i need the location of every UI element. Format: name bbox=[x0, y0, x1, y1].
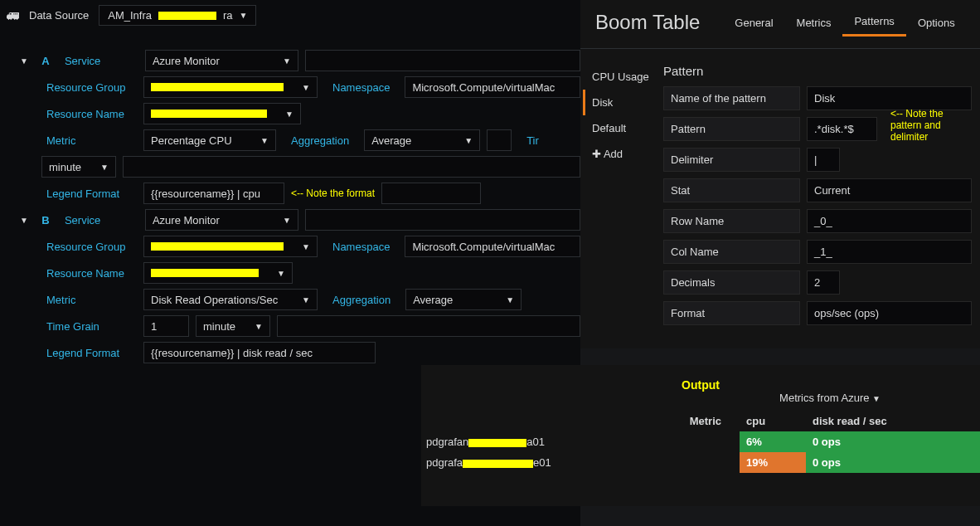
boom-body: CPU Usage Disk Default ✚ Add Pattern Nam… bbox=[580, 49, 980, 329]
resource-name-select[interactable]: ▼ bbox=[143, 262, 293, 284]
stat-label: Stat bbox=[663, 178, 800, 202]
th-cpu: cpu bbox=[740, 411, 806, 431]
resource-group-select[interactable]: ▼ bbox=[143, 76, 318, 98]
service-label: Service bbox=[60, 214, 138, 226]
boom-table-panel: Boom Table General Metrics Patterns Opti… bbox=[580, 0, 980, 348]
metric-select[interactable]: Percentage CPU▼ bbox=[143, 129, 276, 151]
datasource-label: Data Source bbox=[29, 9, 89, 22]
pattern-list: CPU Usage Disk Default ✚ Add bbox=[580, 64, 663, 329]
metric-label: Metric bbox=[41, 134, 137, 147]
empty-field[interactable] bbox=[305, 50, 580, 71]
namespace-label: Namespace bbox=[324, 241, 398, 253]
output-title: Output bbox=[421, 365, 980, 392]
collapse-toggle[interactable]: ▼ bbox=[17, 56, 32, 66]
th-metric: Metric bbox=[421, 411, 740, 431]
aggregation-label: Aggregation bbox=[283, 134, 357, 147]
resource-name-select[interactable]: ▼ bbox=[143, 103, 301, 124]
boom-header: Boom Table General Metrics Patterns Opti… bbox=[580, 0, 980, 49]
namespace-select[interactable]: Microsoft.Compute/virtualMac bbox=[405, 76, 580, 98]
redacted-block bbox=[463, 460, 533, 468]
service-select[interactable]: Azure Monitor▼ bbox=[145, 209, 298, 231]
pattern-item-cpu[interactable]: CPU Usage bbox=[592, 64, 652, 90]
redacted-block bbox=[468, 439, 526, 447]
timegrain-label-short: Tir bbox=[518, 134, 547, 147]
datasource-row: 🛲 Data Source AM_Infra ra ▼ bbox=[0, 0, 580, 31]
pattern-item-default[interactable]: Default bbox=[592, 115, 652, 141]
timegrain-label: Time Grain bbox=[41, 320, 137, 333]
redacted-block bbox=[151, 269, 259, 277]
output-table: Metric cpu disk read / sec pdgrafana01 6… bbox=[421, 411, 980, 473]
chevron-down-icon: ▼ bbox=[302, 83, 310, 92]
delimiter-input[interactable]: | bbox=[807, 148, 840, 172]
resource-group-label: Resource Group bbox=[41, 241, 137, 253]
timegrain-units[interactable]: minute▼ bbox=[41, 156, 116, 178]
table-header: Metric cpu disk read / sec bbox=[421, 411, 980, 431]
pattern-form-title: Pattern bbox=[663, 64, 972, 83]
cell-cpu: 19% bbox=[740, 452, 806, 473]
annotation-format: <-- Note the format bbox=[291, 188, 375, 199]
query-a-header: ▼ A Service Azure Monitor▼ bbox=[0, 47, 580, 74]
format-label: Format bbox=[663, 301, 800, 325]
timegrain-units[interactable]: minute▼ bbox=[196, 315, 270, 337]
cell-disk: 0 ops bbox=[806, 431, 980, 452]
name-label: Name of the pattern bbox=[663, 86, 800, 110]
output-panel: Output Metrics from Azure ▼ Metric cpu d… bbox=[421, 365, 980, 506]
tab-options[interactable]: Options bbox=[906, 10, 967, 36]
rowname-label: Row Name bbox=[663, 209, 800, 233]
pattern-input[interactable]: .*disk.*$ bbox=[807, 117, 877, 141]
pattern-label: Pattern bbox=[663, 117, 800, 141]
service-label: Service bbox=[60, 55, 138, 67]
tab-patterns[interactable]: Patterns bbox=[842, 8, 905, 37]
query-b-header: ▼ B Service Azure Monitor▼ bbox=[0, 207, 580, 233]
decimals-input[interactable]: 2 bbox=[807, 270, 840, 295]
datasource-select[interactable]: AM_Infra ra ▼ bbox=[99, 5, 256, 26]
plus-icon: ✚ bbox=[592, 148, 604, 160]
panel-title: Boom Table bbox=[595, 11, 700, 34]
redacted-block bbox=[158, 12, 216, 20]
table-row: pdgrafana01 6% 0 ops bbox=[421, 431, 980, 452]
service-select[interactable]: Azure Monitor▼ bbox=[145, 50, 298, 71]
datasource-value-prefix: AM_Infra bbox=[108, 9, 152, 22]
database-icon: 🛲 bbox=[7, 8, 19, 22]
table-row: pdgrafae01 19% 0 ops bbox=[421, 452, 980, 473]
aggregation-label: Aggregation bbox=[324, 294, 399, 306]
query-letter-a: A bbox=[38, 55, 53, 67]
colname-input[interactable]: _1_ bbox=[807, 240, 972, 264]
namespace-select[interactable]: Microsoft.Compute/virtualMac bbox=[405, 236, 580, 257]
format-input[interactable]: ops/sec (ops) bbox=[807, 301, 972, 325]
legend-format-label: Legend Format bbox=[41, 347, 137, 359]
pattern-item-add[interactable]: ✚ Add bbox=[592, 141, 652, 167]
legend-format-input[interactable]: {{resourcename}} | disk read / sec bbox=[143, 342, 376, 363]
spacer-field[interactable] bbox=[487, 129, 512, 151]
redacted-block bbox=[151, 242, 284, 251]
empty-field[interactable] bbox=[381, 183, 481, 204]
output-panel-title[interactable]: Metrics from Azure ▼ bbox=[779, 392, 881, 404]
legend-format-input[interactable]: {{resourcename}} | cpu bbox=[143, 183, 284, 204]
resource-group-select[interactable]: ▼ bbox=[143, 236, 318, 257]
empty-field[interactable] bbox=[305, 209, 580, 231]
pattern-item-disk[interactable]: Disk bbox=[583, 90, 652, 115]
pattern-form: Pattern Name of the patternDisk Pattern.… bbox=[663, 64, 980, 329]
rowname-input[interactable]: _0_ bbox=[807, 209, 972, 233]
colname-label: Col Name bbox=[663, 240, 800, 264]
resource-group-label: Resource Group bbox=[41, 81, 137, 94]
cell-disk: 0 ops bbox=[806, 452, 980, 473]
chevron-down-icon: ▼ bbox=[240, 11, 248, 20]
tab-metrics[interactable]: Metrics bbox=[785, 10, 843, 36]
tab-general[interactable]: General bbox=[723, 10, 784, 36]
cell-metric: pdgrafae01 bbox=[421, 452, 740, 473]
redacted-block bbox=[151, 110, 267, 118]
metric-select[interactable]: Disk Read Operations/Sec▼ bbox=[143, 289, 318, 310]
datasource-value-suffix: ra bbox=[223, 9, 233, 22]
metric-label: Metric bbox=[41, 294, 137, 306]
timegrain-value[interactable]: 1 bbox=[143, 315, 189, 337]
empty-field[interactable] bbox=[123, 156, 580, 178]
aggregation-select[interactable]: Average▼ bbox=[364, 129, 480, 151]
aggregation-select[interactable]: Average▼ bbox=[405, 289, 522, 310]
chevron-down-icon: ▼ bbox=[872, 394, 881, 403]
collapse-toggle[interactable]: ▼ bbox=[17, 216, 32, 225]
stat-input[interactable]: Current bbox=[807, 178, 972, 202]
name-input[interactable]: Disk bbox=[807, 86, 972, 110]
query-letter-b: B bbox=[38, 214, 53, 226]
empty-field[interactable] bbox=[277, 315, 580, 337]
